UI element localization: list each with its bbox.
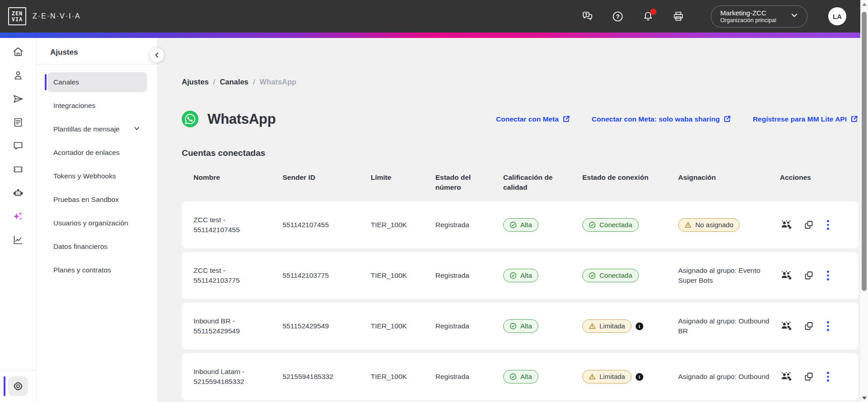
notifications-bell-icon[interactable] xyxy=(642,10,654,23)
check-circle-icon xyxy=(509,323,517,330)
row-actions xyxy=(780,320,859,332)
column-header-nombre: Nombre xyxy=(193,173,283,192)
sidebar-item-label: Planes y contratos xyxy=(53,266,111,274)
help-icon[interactable]: ? xyxy=(612,10,624,23)
sidebar-item-usuarios-y-organizaci-n[interactable]: Usuarios y organización xyxy=(47,213,147,233)
sender-id: 5215594185332 xyxy=(283,372,371,382)
sidebar-title: Ajustes xyxy=(37,38,157,64)
assignment-text: Asignado al grupo: Outbound xyxy=(678,373,769,380)
sidebar-item-datos-financieros[interactable]: Datos financieros xyxy=(47,237,147,257)
warning-triangle-icon xyxy=(589,373,596,380)
sidebar-item-pruebas-en-sandbox[interactable]: Pruebas en Sandbox xyxy=(47,190,147,210)
ai-sparkles-icon[interactable] xyxy=(12,210,24,222)
bot-icon[interactable] xyxy=(12,187,24,199)
column-header-calificacion: Calificación de calidad xyxy=(503,173,582,192)
settings-gear-icon[interactable] xyxy=(8,376,28,396)
account-name: Inbound Latam - 5215594185332 xyxy=(193,367,261,387)
copy-icon[interactable] xyxy=(803,371,814,382)
number-status: Registrada xyxy=(435,271,503,280)
connection-status-badge: Conectada xyxy=(582,218,639,232)
scrollbar-down-arrow[interactable] xyxy=(860,397,868,400)
rail-bottom-section xyxy=(0,370,36,402)
contacts-icon[interactable] xyxy=(12,70,24,81)
send-icon[interactable] xyxy=(12,93,24,105)
check-circle-icon xyxy=(509,221,517,229)
breadcrumb-ajustes[interactable]: Ajustes xyxy=(182,78,209,86)
sidebar-item-label: Plantillas de mensaje xyxy=(53,125,119,133)
collapse-sidebar-button[interactable] xyxy=(150,48,164,62)
vertical-scrollbar[interactable] xyxy=(860,0,868,402)
warning-triangle-icon xyxy=(589,323,596,330)
print-icon[interactable] xyxy=(672,10,684,23)
quality-badge: Alta xyxy=(503,319,538,333)
check-circle-icon xyxy=(509,373,517,380)
table-header: Nombre Sender ID Límite Estado del númer… xyxy=(182,173,859,192)
zenvia-logo-icon: ZEN VIA xyxy=(8,7,26,25)
quality-badge: Alta xyxy=(503,218,538,232)
quality-badge: Alta xyxy=(503,370,538,383)
page-links: Conectar con Meta Conectar con Meta: sol… xyxy=(496,115,858,123)
sidebar-item-label: Pruebas en Sandbox xyxy=(53,196,119,204)
mm-lite-api-link[interactable]: Regístrese para MM Lite API xyxy=(753,115,858,123)
more-options-kebab-icon[interactable] xyxy=(825,270,831,281)
info-icon[interactable]: i xyxy=(636,373,643,381)
breadcrumb-whatsapp: WhatsApp xyxy=(259,78,297,86)
sender-id: 551152429549 xyxy=(283,321,371,331)
account-name: Inbound BR - 551152429549 xyxy=(193,316,261,336)
chat-icon[interactable] xyxy=(12,140,24,152)
page-title: WhatsApp xyxy=(208,111,276,127)
sidebar-item-plantillas-de-mensaje[interactable]: Plantillas de mensaje xyxy=(47,119,147,139)
sidebar-item-label: Usuarios y organización xyxy=(53,219,128,227)
connection-status-badge: Limitada xyxy=(582,319,632,333)
analytics-icon[interactable] xyxy=(12,234,24,246)
sidebar-item-planes-y-contratos[interactable]: Planes y contratos xyxy=(47,260,147,280)
assign-group-icon[interactable] xyxy=(780,219,793,231)
organization-selector[interactable]: Marketing-ZCC Organización principal xyxy=(711,5,807,28)
scrollbar-thumb[interactable] xyxy=(862,12,867,291)
whatsapp-icon xyxy=(182,111,198,127)
more-options-kebab-icon[interactable] xyxy=(825,320,831,332)
ticket-icon[interactable] xyxy=(12,164,24,175)
row-actions xyxy=(780,219,859,231)
copy-icon[interactable] xyxy=(803,321,814,332)
assign-group-icon[interactable] xyxy=(780,269,793,282)
home-icon[interactable] xyxy=(12,46,24,58)
top-bar: ZEN VIA Z·E·N·V·I·A ? ? xyxy=(0,0,868,33)
scrollbar-up-arrow[interactable] xyxy=(860,3,868,6)
settings-active-indicator xyxy=(4,376,5,396)
reports-icon[interactable] xyxy=(12,117,24,128)
sidebar-item-canales[interactable]: Canales xyxy=(47,72,147,92)
zenvia-logo-text: Z·E·N·V·I·A xyxy=(33,12,80,20)
assignment-badge: No asignado xyxy=(678,218,740,232)
breadcrumb-canales[interactable]: Canales xyxy=(220,78,248,86)
connect-meta-waba-sharing-link[interactable]: Conectar con Meta: solo waba sharing xyxy=(592,115,731,123)
copy-icon[interactable] xyxy=(803,220,814,230)
column-header-estado-conexion: Estado de conexión xyxy=(582,173,678,192)
chat-help-icon[interactable]: ? xyxy=(581,10,594,23)
organization-subtitle: Organización principal xyxy=(720,17,776,24)
table-row: Inbound Latam - 5215594185332 5215594185… xyxy=(182,353,859,400)
limit-tier: TIER_100K xyxy=(371,271,435,280)
more-options-kebab-icon[interactable] xyxy=(825,219,831,231)
sidebar-item-label: Integraciones xyxy=(53,102,95,110)
user-avatar[interactable]: LA xyxy=(828,7,846,25)
copy-icon[interactable] xyxy=(803,270,814,281)
assign-group-icon[interactable] xyxy=(780,320,793,332)
connect-meta-link[interactable]: Conectar con Meta xyxy=(496,115,570,123)
sidebar-item-acortador-de-enlaces[interactable]: Acortador de enlaces xyxy=(47,143,147,163)
check-circle-icon xyxy=(589,272,596,279)
assignment-text: Asignado al grupo: Outbound BR xyxy=(678,317,769,335)
limit-tier: TIER_100K xyxy=(371,321,435,331)
sidebar-item-tokens-y-webhooks[interactable]: Tokens y Webhooks xyxy=(47,166,147,186)
more-options-kebab-icon[interactable] xyxy=(825,371,831,383)
assign-group-icon[interactable] xyxy=(780,370,793,383)
breadcrumb-separator: / xyxy=(213,78,216,86)
sidebar-item-label: Tokens y Webhooks xyxy=(53,172,116,180)
number-status: Registrada xyxy=(435,220,503,230)
assignment-text: Asignado al grupo: Evento Super Bots xyxy=(678,266,760,284)
table-row: Inbound BR - 551152429549 551152429549 T… xyxy=(182,303,859,350)
settings-sidebar: Ajustes Canales Integraciones Plantillas… xyxy=(36,38,157,402)
connection-status-badge: Limitada xyxy=(582,370,632,383)
info-icon[interactable]: i xyxy=(636,323,643,330)
sidebar-item-integraciones[interactable]: Integraciones xyxy=(47,96,147,116)
